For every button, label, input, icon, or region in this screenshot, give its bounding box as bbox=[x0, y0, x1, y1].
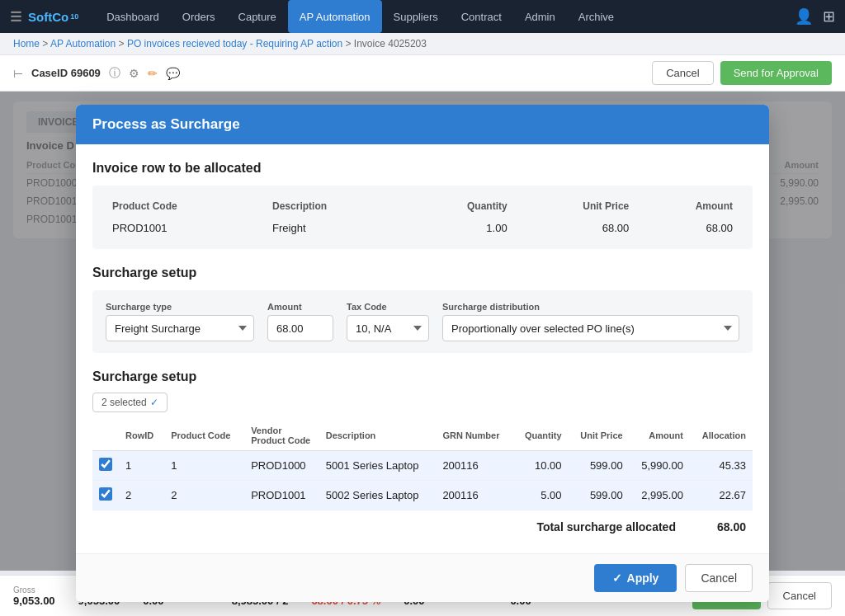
po-row1-product-code: 1 bbox=[164, 451, 244, 481]
po-row2-quantity: 5.00 bbox=[513, 481, 569, 510]
invoice-row-table: Product Code Description Quantity Unit P… bbox=[106, 197, 739, 237]
po-row1-rowid: 1 bbox=[119, 451, 164, 481]
po-row2-vendor-product-code: PROD1001 bbox=[244, 481, 319, 510]
po-row2-rowid: 2 bbox=[119, 481, 164, 510]
total-label: Total surcharge allocated bbox=[536, 520, 676, 534]
th-quantity: Quantity bbox=[513, 421, 569, 451]
th-rowid: RowID bbox=[119, 421, 164, 451]
invoice-quantity: 1.00 bbox=[404, 219, 514, 237]
breadcrumb: Home > AP Automation > PO invoices recie… bbox=[0, 33, 845, 55]
surcharge-distribution-label: Surcharge distribution bbox=[442, 302, 739, 312]
breadcrumb-po-invoices[interactable]: PO invoices recieved today - Requiring A… bbox=[127, 38, 342, 49]
top-nav: ☰ SoftCo10 Dashboard Orders Capture AP A… bbox=[0, 0, 845, 33]
invoice-unit-price: 68.00 bbox=[514, 219, 636, 237]
badge-check-icon: ✓ bbox=[150, 397, 158, 408]
cancel-bottom-button[interactable]: Cancel bbox=[767, 582, 832, 609]
main-content: INVOICE Invoice D Product Code PO Number… bbox=[0, 92, 845, 571]
invoice-product-code: PROD1001 bbox=[106, 219, 266, 237]
po-row-2: 2 2 PROD1001 5002 Series Laptop 200116 5… bbox=[92, 481, 753, 510]
nav-item-capture[interactable]: Capture bbox=[227, 0, 288, 33]
modal-overlay: Process as Surcharge Invoice row to be a… bbox=[0, 92, 845, 571]
info-icon[interactable]: ⓘ bbox=[109, 66, 120, 81]
surcharge-type-select[interactable]: Freight Surcharge Handling Surcharge Oth… bbox=[106, 315, 254, 341]
th-allocation: Allocation bbox=[690, 421, 753, 451]
edit-icon[interactable]: ✏ bbox=[148, 67, 158, 80]
invoice-data-row: PROD1001 Freight 1.00 68.00 68.00 bbox=[106, 219, 739, 237]
user-icon[interactable]: 👤 bbox=[795, 7, 813, 26]
po-lines-table: RowID Product Code VendorProduct Code De… bbox=[92, 421, 753, 510]
col-unit-price: Unit Price bbox=[514, 197, 636, 219]
po-row1-grn: 200116 bbox=[436, 451, 513, 481]
th-checkbox bbox=[92, 421, 119, 451]
po-row2-allocation: 22.67 bbox=[690, 481, 753, 510]
po-row2-product-code: 2 bbox=[164, 481, 244, 510]
po-row2-checkbox-cell[interactable] bbox=[92, 481, 119, 510]
po-row1-checkbox-cell[interactable] bbox=[92, 451, 119, 481]
collapse-icon[interactable]: ⊢ bbox=[13, 67, 23, 80]
total-amount: 68.00 bbox=[717, 520, 746, 534]
modal-header: Process as Surcharge bbox=[76, 105, 769, 144]
po-row2-amount: 2,995.00 bbox=[630, 481, 690, 510]
surcharge-taxcode-select[interactable]: 10, N/A 15, GST 0, Exempt bbox=[347, 315, 429, 341]
th-grn-number: GRN Number bbox=[436, 421, 513, 451]
status-gross: Gross 9,053.00 bbox=[13, 585, 55, 607]
th-amount: Amount bbox=[630, 421, 690, 451]
apps-icon[interactable]: ⊞ bbox=[823, 7, 835, 26]
sub-toolbar: ⊢ CaseID 69609 ⓘ ⚙ ✏ 💬 Cancel Send for A… bbox=[0, 55, 845, 92]
po-row1-checkbox[interactable] bbox=[99, 458, 112, 471]
hamburger-icon[interactable]: ☰ bbox=[10, 9, 21, 25]
po-row1-amount: 5,990.00 bbox=[630, 451, 690, 481]
surcharge-taxcode-group: Tax Code 10, N/A 15, GST 0, Exempt bbox=[347, 302, 429, 341]
send-approval-button[interactable]: Send for Approval bbox=[720, 61, 832, 85]
po-row2-grn: 200116 bbox=[436, 481, 513, 510]
surcharge-distribution-select[interactable]: Proportionally over selected PO line(s) … bbox=[442, 315, 739, 341]
surcharge-type-group: Surcharge type Freight Surcharge Handlin… bbox=[106, 302, 254, 341]
gross-label: Gross bbox=[13, 585, 35, 595]
cancel-modal-button[interactable]: Cancel bbox=[685, 564, 753, 592]
nav-item-dashboard[interactable]: Dashboard bbox=[95, 0, 171, 33]
po-row1-quantity: 10.00 bbox=[513, 451, 569, 481]
apply-button[interactable]: ✓ Apply bbox=[594, 564, 677, 592]
po-row-1: 1 1 PROD1000 5001 Series Laptop 200116 1… bbox=[92, 451, 753, 481]
po-row1-vendor-product-code: PROD1000 bbox=[244, 451, 319, 481]
selected-badge-text: 2 selected bbox=[101, 397, 147, 408]
invoice-row-card: Product Code Description Quantity Unit P… bbox=[92, 186, 753, 249]
po-row2-unit-price: 599.00 bbox=[569, 481, 630, 510]
modal: Process as Surcharge Invoice row to be a… bbox=[76, 105, 769, 602]
settings-icon[interactable]: ⚙ bbox=[129, 67, 139, 80]
po-row1-allocation: 45.33 bbox=[690, 451, 753, 481]
modal-body: Invoice row to be allocated Product Code… bbox=[76, 144, 769, 553]
message-icon[interactable]: 💬 bbox=[166, 67, 180, 80]
total-row: Total surcharge allocated 68.00 bbox=[92, 510, 753, 537]
nav-item-orders[interactable]: Orders bbox=[171, 0, 227, 33]
th-vendor-product-code: VendorProduct Code bbox=[244, 421, 319, 451]
apply-check-icon: ✓ bbox=[612, 571, 622, 585]
po-row2-description: 5002 Series Laptop bbox=[319, 481, 437, 510]
col-amount: Amount bbox=[635, 197, 739, 219]
col-quantity: Quantity bbox=[404, 197, 514, 219]
invoice-row-section-title: Invoice row to be allocated bbox=[92, 161, 753, 176]
nav-item-contract[interactable]: Contract bbox=[450, 0, 513, 33]
surcharge-setup-card: Surcharge type Freight Surcharge Handlin… bbox=[92, 290, 753, 353]
nav-item-suppliers[interactable]: Suppliers bbox=[382, 0, 450, 33]
invoice-description: Freight bbox=[266, 219, 404, 237]
modal-footer: ✓ Apply Cancel bbox=[76, 553, 769, 602]
surcharge-type-label: Surcharge type bbox=[106, 302, 254, 312]
surcharge-distribution-group: Surcharge distribution Proportionally ov… bbox=[442, 302, 739, 341]
breadcrumb-home[interactable]: Home bbox=[13, 38, 40, 49]
col-product-code: Product Code bbox=[106, 197, 266, 219]
nav-item-archive[interactable]: Archive bbox=[567, 0, 625, 33]
surcharge-amount-input[interactable] bbox=[267, 315, 333, 341]
col-description: Description bbox=[266, 197, 404, 219]
nav-logo: ☰ SoftCo10 bbox=[10, 9, 78, 25]
nav-item-admin[interactable]: Admin bbox=[513, 0, 567, 33]
th-product-code: Product Code bbox=[164, 421, 244, 451]
cancel-toolbar-button[interactable]: Cancel bbox=[652, 61, 713, 85]
po-row1-description: 5001 Series Laptop bbox=[319, 451, 437, 481]
surcharge-amount-label: Amount bbox=[267, 302, 333, 312]
breadcrumb-ap[interactable]: AP Automation bbox=[50, 38, 116, 49]
surcharge-taxcode-label: Tax Code bbox=[347, 302, 429, 312]
po-row2-checkbox[interactable] bbox=[99, 487, 112, 501]
nav-item-ap-automation[interactable]: AP Automation bbox=[288, 0, 382, 33]
po-section-title: Surcharge setup bbox=[92, 369, 753, 384]
